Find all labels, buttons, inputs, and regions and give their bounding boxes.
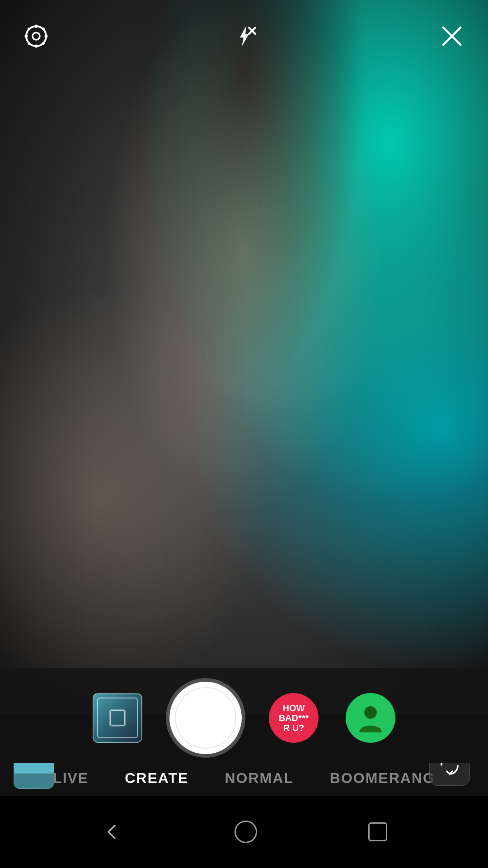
shutter-button[interactable] xyxy=(169,682,242,754)
top-controls xyxy=(0,0,488,54)
flip-camera-button[interactable] xyxy=(429,763,470,786)
mode-create[interactable]: CREATE xyxy=(107,770,206,787)
camera-viewfinder xyxy=(0,0,488,714)
svg-point-9 xyxy=(42,42,45,45)
mode-strip: LIVE CREATE NORMAL BOOMERANG xyxy=(0,763,488,796)
close-button[interactable] xyxy=(438,23,465,50)
nav-recents-button[interactable] xyxy=(368,822,387,841)
svg-point-1 xyxy=(33,33,40,40)
svg-rect-14 xyxy=(110,711,125,725)
svg-point-6 xyxy=(28,28,30,30)
avatar-filter-button[interactable] xyxy=(346,693,395,743)
svg-point-17 xyxy=(365,707,376,718)
recent-photo-thumbnail[interactable] xyxy=(93,693,142,743)
thumbnail-border xyxy=(97,698,138,738)
camera-actions: HOWBAD***R U? xyxy=(0,668,488,763)
android-nav-bar xyxy=(0,796,488,868)
svg-point-5 xyxy=(45,35,48,38)
svg-point-2 xyxy=(35,25,38,28)
svg-point-3 xyxy=(35,45,38,48)
nav-home-button[interactable] xyxy=(235,821,257,843)
svg-point-8 xyxy=(28,42,30,45)
gallery-thumbnail[interactable] xyxy=(14,763,54,789)
bad-filter-sticker[interactable]: HOWBAD***R U? xyxy=(269,693,319,743)
svg-rect-15 xyxy=(109,710,126,726)
mode-normal[interactable]: NORMAL xyxy=(206,770,311,787)
svg-point-7 xyxy=(42,28,45,30)
settings-button[interactable] xyxy=(23,23,50,50)
svg-rect-19 xyxy=(14,774,54,789)
flash-off-button[interactable] xyxy=(230,23,258,50)
bottom-panel: HOWBAD***R U? xyxy=(0,668,488,796)
svg-point-4 xyxy=(25,35,28,38)
nav-back-button[interactable] xyxy=(101,821,123,843)
bad-filter-label: HOWBAD***R U? xyxy=(279,703,309,733)
